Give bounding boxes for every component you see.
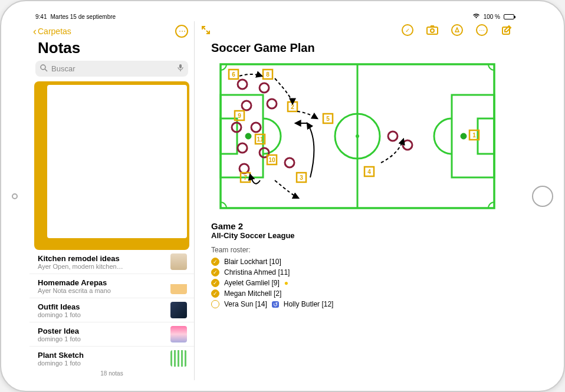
sidebar-more-button[interactable]: ⋯ <box>175 25 188 38</box>
checkbox-icon[interactable] <box>211 300 219 308</box>
svg-point-17 <box>267 99 277 108</box>
svg-point-20 <box>238 143 247 153</box>
note-list-item[interactable]: Kitchen remodel ideasAyer Open, modern k… <box>29 250 194 274</box>
battery-percent: 100 % <box>484 14 500 20</box>
note-list-item[interactable]: Outfit Ideasdomingo 1 foto <box>29 298 194 322</box>
roster-item[interactable]: ✓Christina Ahmed [11] <box>211 267 504 278</box>
back-label: Carpetas <box>38 27 71 36</box>
svg-point-16 <box>242 101 251 110</box>
search-placeholder: Buscar <box>51 64 75 73</box>
svg-point-22 <box>239 164 249 173</box>
note-list-item[interactable]: Plant Sketchdomingo 1 foto <box>29 347 194 367</box>
roster-text: Blair Lockhart [10] <box>224 258 281 266</box>
checkbox-icon[interactable]: ✓ <box>211 268 219 276</box>
note-item-sub: Ayer Nota escrita a mano <box>38 287 166 294</box>
svg-point-9 <box>356 134 359 138</box>
status-bar: 9:41 Martes 15 de septiembre 100 % <box>29 12 520 21</box>
soccer-field-sketch: 6829115107341 <box>211 60 504 213</box>
note-item-thumb <box>170 278 187 294</box>
roster-label: Team roster: <box>211 246 504 254</box>
notes-sidebar: ‹ Carpetas ⋯ Notas Buscar Soccer Game Pl… <box>29 21 195 380</box>
checkbox-icon[interactable]: ✓ <box>211 258 219 266</box>
note-item-sub: Ayer Open, modern kitchen… <box>38 263 166 270</box>
svg-text:4: 4 <box>367 169 371 175</box>
markup-icon[interactable] <box>451 24 464 37</box>
note-item-title: Outfit Ideas <box>38 302 166 311</box>
more-icon[interactable]: ⋯ <box>475 24 488 37</box>
note-item-sub: domingo 1 foto <box>38 360 166 367</box>
svg-text:2: 2 <box>291 104 294 110</box>
note-list-item[interactable]: Soccer Game Plan9:41 Game 2 <box>34 81 189 250</box>
svg-rect-3 <box>427 27 438 34</box>
roster-text: Holly Butler [12] <box>284 300 334 308</box>
svg-point-4 <box>431 29 434 32</box>
mic-icon[interactable] <box>178 64 183 74</box>
note-item-thumb <box>170 302 187 318</box>
note-item-thumb <box>170 350 187 367</box>
note-subheading: Game 2 <box>211 221 504 231</box>
highlight-dot: ● <box>284 279 288 287</box>
status-time: 9:41 <box>35 14 47 20</box>
sidebar-title: Notas <box>29 39 194 61</box>
svg-point-26 <box>245 133 251 139</box>
roster-item[interactable]: Vera Sun [14] ↺ Holly Butler [12] <box>211 299 504 309</box>
svg-line-1 <box>45 69 47 71</box>
note-content: ✓ ⋯ <box>195 21 520 380</box>
svg-point-19 <box>251 123 261 132</box>
front-camera <box>12 193 18 199</box>
roster-list: ✓Blair Lockhart [10]✓Christina Ahmed [11… <box>211 256 504 309</box>
note-item-thumb <box>170 253 187 270</box>
notes-list[interactable]: Soccer Game Plan9:41 Game 2Kitchen remod… <box>29 81 194 367</box>
note-item-title: Plant Sketch <box>38 351 166 360</box>
checkbox-icon[interactable]: ✓ <box>211 289 219 298</box>
roster-item[interactable]: ✓Megan Mitchell [2] <box>211 288 504 299</box>
note-item-thumb <box>170 326 187 342</box>
note-list-item[interactable]: Poster Ideadomingo 1 foto <box>29 322 194 347</box>
camera-icon[interactable] <box>426 24 439 37</box>
note-item-title: Poster Idea <box>38 327 166 335</box>
note-toolbar: ✓ ⋯ <box>195 21 520 38</box>
status-date: Martes 15 de septiembre <box>50 14 116 20</box>
svg-text:10: 10 <box>268 157 275 163</box>
roster-text: Vera Sun [14] <box>224 300 267 308</box>
wifi-icon <box>472 13 480 20</box>
back-to-folders[interactable]: ‹ Carpetas <box>33 26 71 37</box>
svg-text:3: 3 <box>300 174 303 181</box>
roster-text: Ayelet Gamliel [9] <box>224 279 280 287</box>
svg-text:6: 6 <box>232 71 235 78</box>
svg-text:1: 1 <box>472 132 476 139</box>
svg-point-0 <box>41 65 45 70</box>
checklist-icon[interactable]: ✓ <box>401 24 414 37</box>
svg-text:7: 7 <box>244 174 247 181</box>
svg-text:11: 11 <box>257 136 264 143</box>
svg-rect-13 <box>478 118 494 154</box>
svg-point-25 <box>403 140 412 150</box>
svg-point-15 <box>259 83 269 93</box>
note-list-item[interactable]: Homemade ArepasAyer Nota escrita a mano <box>29 274 194 298</box>
svg-point-23 <box>285 158 294 167</box>
svg-rect-2 <box>179 64 182 68</box>
compose-icon[interactable] <box>500 24 513 37</box>
roster-text: Megan Mitchell [2] <box>224 289 281 298</box>
home-button[interactable] <box>532 186 553 207</box>
search-input[interactable]: Buscar <box>35 61 188 77</box>
battery-icon <box>504 14 514 19</box>
svg-point-24 <box>388 131 398 141</box>
note-item-title: Kitchen remodel ideas <box>38 254 166 263</box>
svg-text:9: 9 <box>238 113 241 119</box>
roster-item[interactable]: ✓Ayelet Gamliel [9] ● <box>211 278 504 288</box>
sidebar-footer: 18 notas <box>29 367 194 380</box>
expand-icon[interactable] <box>199 24 212 37</box>
svg-text:5: 5 <box>326 116 330 122</box>
note-item-thumb <box>47 85 187 238</box>
note-league: All-City Soccer League <box>211 231 504 240</box>
note-item-sub: domingo 1 foto <box>38 335 166 342</box>
roster-item[interactable]: ✓Blair Lockhart [10] <box>211 256 504 267</box>
roster-text: Christina Ahmed [11] <box>224 268 290 276</box>
note-item-title: Homemade Arepas <box>38 278 166 287</box>
search-icon <box>40 64 48 74</box>
chevron-left-icon: ‹ <box>33 26 37 37</box>
note-title: Soccer Game Plan <box>211 41 504 55</box>
checkbox-icon[interactable]: ✓ <box>211 279 219 287</box>
substitute-icon: ↺ <box>272 301 279 308</box>
